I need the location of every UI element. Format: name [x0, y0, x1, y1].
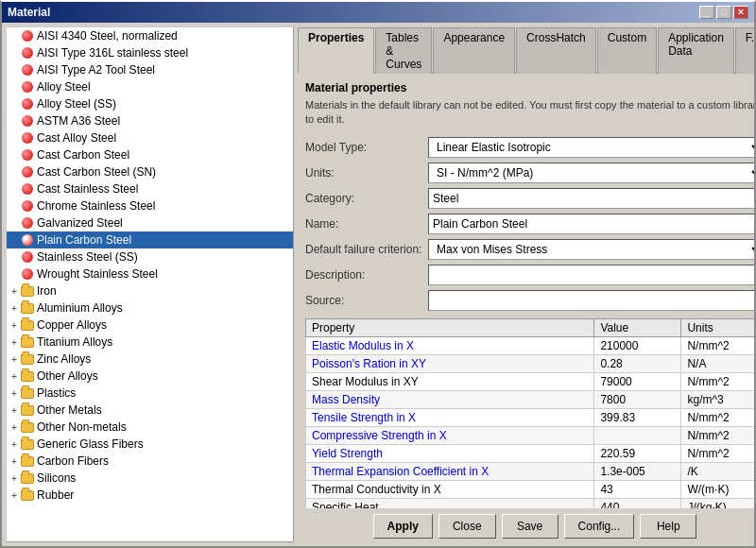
- category-label: Category:: [305, 192, 428, 205]
- tree-group-copper[interactable]: + Copper Alloys: [7, 317, 293, 334]
- failure-select[interactable]: Max von Mises Stress: [428, 239, 754, 260]
- tree-group-zinc[interactable]: + Zinc Alloys: [7, 351, 293, 368]
- material-icon: [20, 164, 35, 180]
- folder-icon: [20, 334, 35, 350]
- tab-appearance[interactable]: Appearance: [433, 27, 515, 74]
- save-button[interactable]: Save: [502, 514, 558, 539]
- tree-group-otheralloys[interactable]: + Other Alloys: [7, 368, 293, 385]
- tree-item-castcarbonsn[interactable]: Cast Carbon Steel (SN): [7, 163, 293, 180]
- property-link[interactable]: Mass Density: [312, 393, 380, 406]
- expand-icon: [9, 234, 20, 246]
- property-link[interactable]: Compressive Strength in X: [312, 429, 447, 442]
- tree-group-silicons[interactable]: + Silicons: [7, 470, 293, 487]
- tree-item-astm[interactable]: ASTM A36 Steel: [7, 112, 293, 129]
- name-input[interactable]: [428, 214, 754, 234]
- maximize-button[interactable]: □: [716, 6, 731, 19]
- tree-group-othermetals[interactable]: + Other Metals: [7, 402, 293, 419]
- description-input[interactable]: [428, 265, 754, 285]
- property-link[interactable]: Yield Strength: [312, 447, 383, 460]
- apply-button[interactable]: Apply: [373, 514, 433, 539]
- source-label: Source:: [305, 294, 428, 307]
- model-type-select[interactable]: Linear Elastic Isotropic: [428, 137, 754, 158]
- failure-label: Default failure criterion:: [305, 243, 428, 256]
- table-row: Mass Density7800kg/m^3: [306, 390, 755, 408]
- minimize-button[interactable]: _: [699, 6, 714, 19]
- value-cell: 220.59: [594, 444, 681, 462]
- tree-group-titanium[interactable]: + Titanium Alloys: [7, 334, 293, 351]
- category-input[interactable]: [428, 188, 754, 209]
- tree-item-wroughtstainless[interactable]: Wrought Stainless Steel: [7, 265, 293, 283]
- value-cell: 1.3e-005: [594, 462, 681, 480]
- property-link[interactable]: Poisson's Ration in XY: [312, 357, 426, 370]
- folder-icon: [20, 300, 35, 316]
- material-icon: [20, 147, 35, 163]
- tree-item-alloyss[interactable]: Alloy Steel (SS): [7, 95, 293, 112]
- tree-group-aluminium[interactable]: + Aluminium Alloys: [7, 300, 293, 317]
- table-row: Yield Strength220.59N/mm^2: [306, 444, 755, 462]
- property-link[interactable]: Elastic Modulus in X: [312, 339, 414, 352]
- tree-scroll[interactable]: AISI 4340 Steel, normalized AISI Type 31…: [7, 27, 293, 541]
- help-button[interactable]: Help: [640, 514, 696, 539]
- col-units: Units: [681, 318, 754, 336]
- property-link[interactable]: Tensile Strength in X: [312, 411, 416, 424]
- tree-item-castalloy[interactable]: Cast Alloy Steel: [7, 129, 293, 146]
- tree-item-plaincarbon[interactable]: Plain Carbon Steel: [7, 231, 293, 248]
- model-type-combo-wrapper: Linear Elastic Isotropic: [428, 137, 754, 158]
- folder-icon: [20, 402, 35, 418]
- property-cell: Poisson's Ration in XY: [306, 354, 594, 372]
- properties-table: Property Value Units Elastic Modulus in …: [305, 318, 754, 508]
- failure-control: Max von Mises Stress: [428, 239, 754, 260]
- tree-item-aisi4340[interactable]: AISI 4340 Steel, normalized: [7, 27, 293, 44]
- tree-group-rubber[interactable]: + Rubber: [7, 487, 293, 504]
- table-row: Thermal Conductivity in X43W/(m·K): [306, 480, 755, 498]
- tree-item-aisitypea2[interactable]: AISI Type A2 Tool Steel: [7, 61, 293, 78]
- failure-combo-wrapper: Max von Mises Stress: [428, 239, 754, 260]
- value-cell: 210000: [594, 336, 681, 354]
- tree-item-castcarbon[interactable]: Cast Carbon Steel: [7, 146, 293, 163]
- tree-group-iron[interactable]: + Iron: [7, 283, 293, 300]
- units-cell: J/(kg·K): [681, 498, 754, 508]
- material-icon: [20, 266, 35, 282]
- tab-appdata[interactable]: Application Data: [658, 27, 734, 74]
- expand-icon: [9, 30, 20, 42]
- units-cell: N/mm^2: [681, 372, 754, 390]
- expand-icon: +: [9, 336, 20, 348]
- source-control: [428, 290, 754, 311]
- expand-icon: [9, 81, 20, 93]
- config-button[interactable]: Config...: [564, 514, 635, 539]
- property-cell: Thermal Expansion Coefficient in X: [306, 462, 594, 480]
- tab-crosshatch[interactable]: CrossHatch: [516, 27, 596, 74]
- tree-item-stainlessss[interactable]: Stainless Steel (SS): [7, 248, 293, 265]
- folder-icon: [20, 368, 35, 384]
- property-link[interactable]: Thermal Expansion Coefficient in X: [312, 465, 489, 478]
- tab-more[interactable]: F...: [735, 27, 754, 74]
- tab-custom[interactable]: Custom: [597, 27, 657, 74]
- description-label: Description:: [305, 268, 428, 282]
- expand-icon: [9, 200, 20, 212]
- source-input[interactable]: [428, 290, 754, 311]
- section-title: Material properties: [305, 81, 754, 94]
- tree-item-caststainless[interactable]: Cast Stainless Steel: [7, 180, 293, 197]
- tree-item-chromestainless[interactable]: Chrome Stainless Steel: [7, 197, 293, 214]
- close-button-dialog[interactable]: Close: [438, 514, 496, 539]
- window-title: Material: [8, 6, 50, 19]
- tree-item-aisi316l[interactable]: AISI Type 316L stainless steel: [7, 44, 293, 61]
- value-cell: 7800: [594, 390, 681, 408]
- tree-group-othernonmetals[interactable]: + Other Non-metals: [7, 419, 293, 436]
- units-select[interactable]: SI - N/mm^2 (MPa): [428, 163, 754, 183]
- tree-group-carbonfibers[interactable]: + Carbon Fibers: [7, 453, 293, 470]
- material-icon: [20, 198, 35, 214]
- value-cell: 79000: [594, 372, 681, 390]
- tab-tables-curves[interactable]: Tables & Curves: [375, 27, 432, 74]
- tree-item-galvanized[interactable]: Galvanized Steel: [7, 214, 293, 231]
- tree-group-glassfibers[interactable]: + Generic Glass Fibers: [7, 436, 293, 453]
- close-button[interactable]: ✕: [733, 6, 748, 19]
- units-label: Units:: [305, 166, 428, 180]
- material-icon: [20, 96, 35, 111]
- tab-properties[interactable]: Properties: [298, 27, 374, 74]
- tree-item-alloy[interactable]: Alloy Steel: [7, 78, 293, 95]
- folder-icon: [20, 351, 35, 367]
- property-cell: Thermal Conductivity in X: [306, 480, 594, 498]
- property-cell: Elastic Modulus in X: [306, 336, 594, 354]
- tree-group-plastics[interactable]: + Plastics: [7, 385, 293, 402]
